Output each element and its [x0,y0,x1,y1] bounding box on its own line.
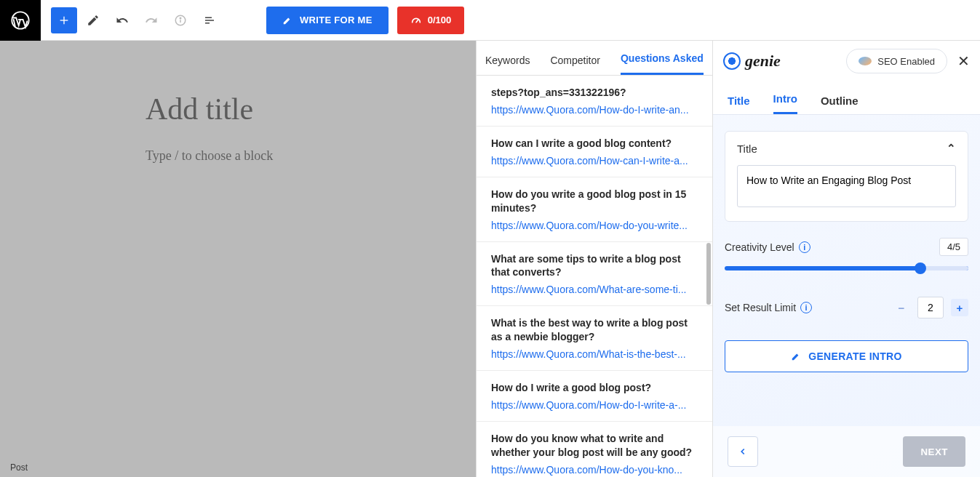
close-icon[interactable]: ✕ [957,52,970,70]
wordpress-logo[interactable] [0,0,41,41]
question-url[interactable]: https://www.Quora.com/How-do-I-write-an.… [491,104,698,116]
slider-thumb[interactable] [915,262,926,274]
add-block-button[interactable] [51,7,77,33]
result-limit-label: Set Result Limit [725,302,796,313]
question-url[interactable]: https://www.Quora.com/How-can-I-write-a.… [491,155,698,167]
info-icon[interactable]: i [799,241,810,253]
tab-intro[interactable]: Intro [773,92,797,114]
research-tabs: Keywords Competitor Questions Asked [477,41,712,76]
question-text: What are some tips to write a blog post … [491,252,698,280]
write-button-label: WRITE FOR ME [300,15,373,25]
undo-icon[interactable] [109,7,135,33]
tab-title[interactable]: Title [728,95,750,114]
editor-overlay [0,41,476,477]
info-icon[interactable]: i [800,302,812,313]
tab-outline[interactable]: Outline [821,95,859,114]
question-text: How do I write a good blog post? [491,381,698,395]
creativity-label: Creativity Level [725,241,794,253]
question-item[interactable]: steps?top_ans=331322196?https://www.Quor… [477,76,712,127]
question-text: How do you write a good blog post in 15 … [491,188,698,215]
question-url[interactable]: https://www.Quora.com/How-do-you-kno... [491,464,698,476]
question-url[interactable]: https://www.Quora.com/What-are-some-ti..… [491,284,698,295]
back-button[interactable] [728,436,758,467]
decrement-button[interactable]: − [893,299,910,316]
question-text: How do you know what to write and whethe… [491,432,698,460]
svg-line-4 [416,20,418,22]
tab-questions-asked[interactable]: Questions Asked [621,52,704,75]
question-url[interactable]: https://www.Quora.com/How-do-I-write-a-.… [491,399,698,411]
seo-score-button[interactable]: 0/100 [397,7,465,34]
info-icon [167,7,194,33]
question-item[interactable]: What is the best way to write a blog pos… [477,306,712,371]
question-url[interactable]: https://www.Quora.com/How-do-you-write..… [491,220,698,231]
write-for-me-button[interactable]: WRITE FOR ME [266,7,389,34]
tab-keywords[interactable]: Keywords [485,55,530,75]
redo-icon [138,7,164,33]
question-item[interactable]: How do I write a good blog post?https://… [477,371,712,422]
creativity-value: 4/5 [939,238,968,256]
increment-button[interactable]: + [951,299,968,316]
score-label: 0/100 [428,15,452,25]
next-button: NEXT [903,436,965,467]
scrollbar[interactable] [706,243,711,305]
question-item[interactable]: How can I write a good blog content?http… [477,127,712,177]
generate-intro-button[interactable]: GENERATE INTRO [725,340,968,372]
seo-badge-icon [859,57,872,65]
title-card-label: Title [737,143,757,155]
question-url[interactable]: https://www.Quora.com/What-is-the-best-.… [491,348,698,360]
genie-brand: genie [723,52,781,71]
question-item[interactable]: How do you write a good blog post in 15 … [477,177,712,242]
wizard-tabs: Title Intro Outline [713,81,980,115]
seo-enabled-chip[interactable]: SEO Enabled [846,49,947,73]
question-text: What is the best way to write a blog pos… [491,316,698,344]
post-type-label: Post [10,462,28,473]
question-text: steps?top_ans=331322196? [491,86,698,100]
list-view-icon[interactable] [196,7,223,33]
chevron-up-icon[interactable]: ⌃ [947,142,956,155]
title-input[interactable] [737,165,956,207]
question-item[interactable]: How do you know what to write and whethe… [477,422,712,477]
question-item[interactable]: What are some tips to write a blog post … [477,242,712,307]
result-limit-input[interactable] [917,297,944,318]
title-card: Title ⌃ [725,131,968,222]
tab-competitor[interactable]: Competitor [550,55,599,75]
question-text: How can I write a good blog content? [491,137,698,151]
edit-icon[interactable] [80,7,106,33]
svg-point-3 [180,17,181,19]
genie-logo-icon [723,52,741,70]
creativity-slider[interactable] [725,266,968,270]
